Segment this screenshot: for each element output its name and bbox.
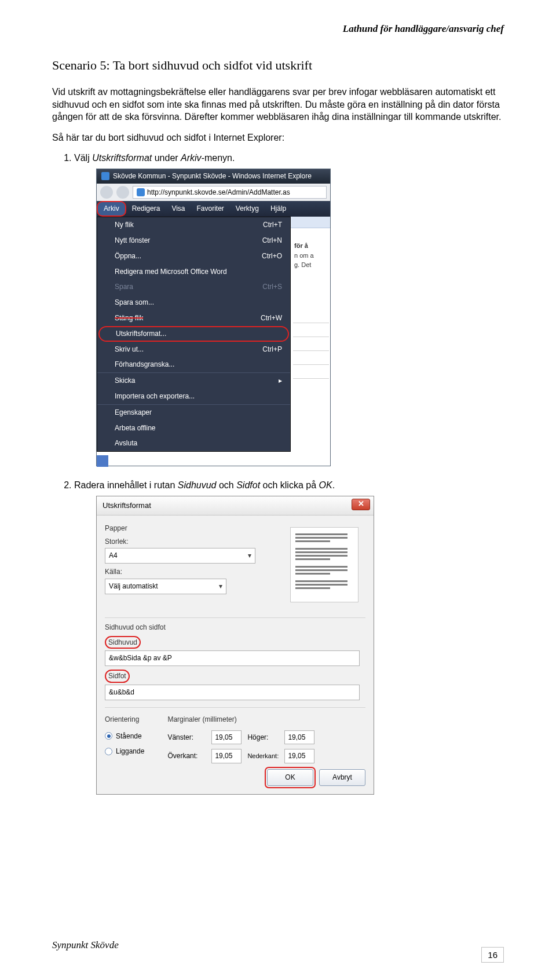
menu-spara: SparaCtrl+S [97, 279, 290, 295]
menu-redigeramed[interactable]: Redigera med Microsoft Office Word [97, 264, 290, 280]
input-sidhuvud[interactable]: &w&bSida &p av &P [105, 650, 360, 666]
paragraph-1: Vid utskrift av mottagningsbekräftelse e… [52, 86, 504, 123]
ie-icon [101, 172, 109, 180]
print-setup-dialog: Utskriftsformat ✕ Papper Storlek: A4 Käl… [96, 496, 374, 795]
radio-liggande[interactable]: Liggande [105, 747, 144, 756]
menu-visa[interactable]: Visa [166, 201, 191, 217]
label-kalla: Källa: [105, 567, 280, 577]
url-text: http://synpunkt.skovde.se/Admin/AddMatte… [147, 188, 290, 198]
menu-utskriftsformat[interactable]: Utskriftsformat... [98, 326, 289, 342]
footer-left: Synpunkt Skövde [52, 939, 119, 951]
taskbar-peek [97, 455, 108, 467]
menu-importera[interactable]: Importera och exportera... [97, 389, 290, 404]
menu-oppna[interactable]: Öppna...Ctrl+O [97, 248, 290, 264]
ie-window-screenshot: Skövde Kommun - Synpunkt Skövde - Window… [96, 169, 331, 466]
page-number: 16 [481, 947, 504, 963]
menu-redigera[interactable]: Redigera [126, 201, 166, 217]
menu-favoriter[interactable]: Favoriter [191, 201, 230, 217]
menu-arbetaoffline[interactable]: Arbeta offline [97, 420, 290, 436]
page-peek: för å n om a g. Det [292, 240, 330, 271]
input-hoger[interactable]: 19,05 [284, 730, 314, 745]
menu-verktyg[interactable]: Verktyg [230, 201, 265, 217]
input-sidfot[interactable]: &u&b&d [105, 685, 360, 700]
input-vanster[interactable]: 19,05 [211, 730, 242, 745]
menu-forhandsgranska[interactable]: Förhandsgranska... [97, 357, 290, 372]
select-storlek[interactable]: A4 [105, 548, 255, 564]
ie-title-text: Skövde Kommun - Synpunkt Skövde - Window… [113, 171, 312, 181]
label-sidhuvud: Sidhuvud [105, 636, 365, 649]
menu-arkiv[interactable]: Arkiv [97, 201, 126, 217]
url-input[interactable]: http://synpunkt.skovde.se/Admin/AddMatte… [133, 186, 327, 199]
ie-e-icon [137, 188, 145, 196]
menu-hjalp[interactable]: Hjälp [265, 201, 292, 217]
label-storlek: Storlek: [105, 537, 280, 547]
menu-skicka[interactable]: Skicka [97, 372, 290, 389]
menu-nyflik[interactable]: Ny flikCtrl+T [97, 217, 290, 233]
document-header-right: Lathund för handläggare/ansvarig chef [52, 23, 504, 35]
ie-menubar: Arkiv Redigera Visa Favoriter Verktyg Hj… [97, 201, 330, 217]
select-kalla[interactable]: Välj automatiskt [105, 579, 226, 594]
label-overkant: Överkant: [167, 751, 206, 761]
menu-egenskaper[interactable]: Egenskaper [97, 404, 290, 420]
input-overkant[interactable]: 19,05 [211, 749, 242, 763]
label-sidfot: Sidfot [105, 670, 365, 683]
radio-icon [105, 732, 112, 740]
group-marginaler: Marginaler (millimeter) [167, 715, 314, 725]
menu-stangflik[interactable]: Stäng flikCtrl+W [97, 310, 290, 326]
ie-address-bar: http://synpunkt.skovde.se/Admin/AddMatte… [97, 184, 330, 202]
list-item-1: Välj Utskriftsformat under Arkiv-menyn. … [74, 152, 504, 466]
label-hoger: Höger: [247, 733, 279, 743]
group-orientering: Orientering [105, 715, 144, 725]
group-sidhuvudsidfot: Sidhuvud och sidfot [105, 623, 365, 632]
arkiv-dropdown: Ny flikCtrl+T Nytt fönsterCtrl+N Öppna..… [97, 217, 291, 452]
paragraph-2: Så här tar du bort sidhuvud och sidfot i… [52, 131, 504, 144]
input-nederkant[interactable]: 19,05 [284, 749, 314, 763]
back-icon[interactable] [100, 186, 113, 199]
radio-icon [105, 748, 112, 755]
forward-icon[interactable] [116, 186, 129, 199]
menu-avsluta[interactable]: Avsluta [97, 436, 290, 451]
menu-sparasom[interactable]: Spara som... [97, 295, 290, 310]
ok-button[interactable]: OK [267, 769, 313, 786]
list-item-2: Radera innehållet i rutan Sidhuvud och S… [74, 479, 504, 795]
label-vanster: Vänster: [167, 733, 206, 743]
page-field-lines [293, 309, 329, 390]
menu-nyttfonster[interactable]: Nytt fönsterCtrl+N [97, 233, 290, 248]
avbryt-button[interactable]: Avbryt [319, 769, 365, 786]
group-papper: Papper [105, 524, 280, 533]
close-icon: ✕ [358, 499, 364, 509]
scenario-title: Scenario 5: Ta bort sidhuvud och sidfot … [52, 58, 504, 73]
dialog-title: Utskriftsformat ✕ [97, 496, 374, 515]
close-button[interactable]: ✕ [352, 499, 370, 510]
page-preview [290, 527, 359, 602]
label-nederkant: Nederkant: [247, 752, 279, 760]
menu-skrivut[interactable]: Skriv ut...Ctrl+P [97, 342, 290, 357]
ie-title-bar: Skövde Kommun - Synpunkt Skövde - Window… [97, 169, 330, 184]
radio-staende[interactable]: Stående [105, 732, 144, 741]
